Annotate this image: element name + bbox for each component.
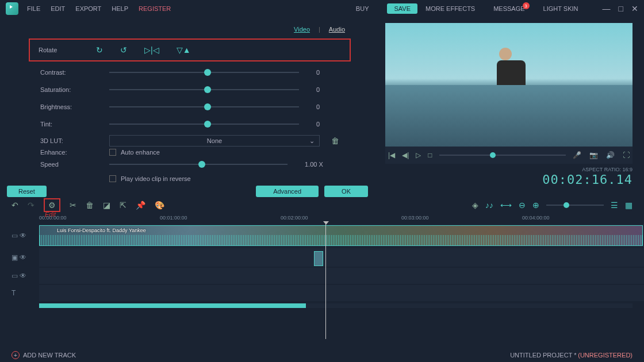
flip-horizontal-icon[interactable]: ▷|◁ [144,45,159,55]
menubar: FILE EDIT EXPORT HELP REGISTER BUY SAVE … [0,0,644,17]
mic-icon[interactable]: 🎤 [573,151,581,159]
contrast-slider[interactable] [109,72,299,73]
video-clip[interactable]: Luis Fonsi-Despacito ft. Daddy Yankee [39,225,643,246]
save-button[interactable]: SAVE [387,3,417,14]
split-icon[interactable]: ✂ [70,201,76,210]
brightness-label: Brightness: [40,103,109,110]
tab-video[interactable]: Video [294,26,310,33]
menu-file[interactable]: FILE [27,5,40,12]
tab-audio[interactable]: Audio [329,26,345,33]
menu-edit[interactable]: EDIT [51,5,65,12]
edit-panel: Video | Audio Rotate ↻ ↺ ▷|◁ ▽▲ Contrast… [0,17,379,195]
enhance-label: Enhance: [40,149,109,156]
app-logo [6,2,18,15]
timecode: 00:02:16.14 [385,172,632,187]
menu-light-skin[interactable]: LIGHT SKIN [543,5,578,12]
close-button[interactable]: ✕ [631,4,638,13]
preview-panel: |◀ ◀| ▷ □ 🎤 📷 🔊 ⛶ ASPECT RATIO: 16:9 00:… [379,17,644,195]
add-track-button[interactable]: + ADD NEW TRACK [12,351,76,359]
prev-frame-icon[interactable]: ◀| [402,151,409,159]
menu-help[interactable]: HELP [112,5,128,12]
menu-more-effects[interactable]: MORE EFFECTS [425,5,475,12]
footer: + ADD NEW TRACK UNTITLED PROJECT * (UNRE… [0,348,644,362]
contrast-label: Contrast: [40,69,109,76]
rotate-ccw-icon[interactable]: ↺ [120,45,127,55]
audio-track-head[interactable]: ▭ 👁 [12,268,39,284]
ok-button[interactable]: OK [324,186,368,197]
snapshot-icon[interactable]: 📷 [589,151,598,159]
video-track[interactable]: Luis Fonsi-Despacito ft. Daddy Yankee [39,224,644,247]
flip-vertical-icon[interactable]: ▽▲ [177,45,191,55]
goto-start-icon[interactable]: |◀ [388,151,395,159]
zoom-slider[interactable] [546,205,604,206]
tint-value: 0 [316,121,339,128]
reset-button[interactable]: Reset [7,186,47,197]
grid-view-icon[interactable]: ▦ [625,201,632,210]
fit-icon[interactable]: ⟷ [500,201,512,210]
pin-icon[interactable]: 📌 [136,201,145,210]
minimize-button[interactable]: — [603,4,611,13]
brightness-slider[interactable] [109,106,299,107]
video-track-head[interactable]: ▭ 👁 [12,224,39,247]
tab-separator: | [319,26,320,33]
reverse-label: Play video clip in reverse [121,175,191,182]
undo-icon[interactable]: ↶ [12,201,18,210]
marker-icon[interactable]: ◈ [472,201,478,210]
clip-label: Luis Fonsi-Despacito ft. Daddy Yankee [57,228,146,233]
menu-register[interactable]: REGISTER [139,5,171,12]
play-icon[interactable]: ▷ [416,151,421,159]
zoom-in-icon[interactable]: ⊕ [532,201,539,210]
audio-track[interactable] [39,268,644,284]
text-track-head[interactable]: T [12,285,39,301]
export-icon[interactable]: ⇱ [120,201,126,210]
zoom-out-icon[interactable]: ⊖ [519,201,526,210]
edit-tool-button[interactable]: ⚙Edit [44,198,60,212]
menu-buy[interactable]: BUY [356,5,369,12]
timeline-scrollbar[interactable] [39,303,632,308]
fullscreen-icon[interactable]: ⛶ [623,151,630,159]
reverse-checkbox[interactable] [109,175,116,182]
overlay-track[interactable] [39,248,644,267]
brightness-value: 0 [316,103,339,110]
lut-select[interactable]: None [109,135,320,147]
tint-label: Tint: [40,121,109,128]
project-status: UNTITLED PROJECT * (UNREGISTERED) [510,352,632,359]
aspect-ratio: ASPECT RATIO: 16:9 [385,167,632,172]
menu-message[interactable]: MESSAGE3 [493,5,524,12]
crop-icon[interactable]: ◪ [103,201,110,210]
maximize-button[interactable]: □ [619,4,623,13]
plus-icon: + [12,351,20,359]
contrast-value: 0 [316,69,339,76]
audio-icon[interactable]: ♪♪ [485,201,493,210]
overlay-clip[interactable] [314,251,323,266]
rotate-label: Rotate [39,47,96,53]
auto-enhance-checkbox[interactable] [109,149,116,156]
timeline-ruler[interactable]: 00:00:00:00 00:01:00:00 00:02:00:00 00:0… [39,215,644,224]
saturation-label: Saturation: [40,86,109,93]
list-view-icon[interactable]: ☰ [611,201,618,210]
redo-icon[interactable]: ↷ [28,201,34,210]
saturation-slider[interactable] [109,89,299,90]
speaker-icon[interactable]: 🔊 [606,151,615,159]
saturation-value: 0 [316,86,339,93]
tint-slider[interactable] [109,124,299,125]
message-badge: 3 [523,2,530,9]
preview-video [385,23,632,147]
speed-slider[interactable] [109,164,288,165]
rotate-cw-icon[interactable]: ↻ [96,45,103,55]
speed-label: Speed [40,161,109,168]
playhead[interactable] [325,224,326,339]
delete-icon[interactable]: 🗑 [86,201,94,210]
overlay-track-head[interactable]: ▣ 👁 [12,248,39,267]
delete-lut-icon[interactable]: 🗑 [331,136,339,145]
advanced-button[interactable]: Advanced [256,186,319,197]
color-icon[interactable]: 🎨 [155,201,164,210]
speed-value: 1.00 X [305,161,339,168]
player-controls: |◀ ◀| ▷ □ 🎤 📷 🔊 ⛶ [385,147,632,164]
volume-slider[interactable] [439,155,566,156]
menu-export[interactable]: EXPORT [75,5,101,12]
auto-enhance-label: Auto enhance [121,149,160,156]
stop-icon[interactable]: □ [428,151,432,159]
text-track[interactable] [39,285,644,301]
timeline-area: ↶ ↷ ⚙Edit ✂ 🗑 ◪ ⇱ 📌 🎨 ◈ ♪♪ ⟷ ⊖ ⊕ ☰ ▦ 00:… [0,195,644,342]
